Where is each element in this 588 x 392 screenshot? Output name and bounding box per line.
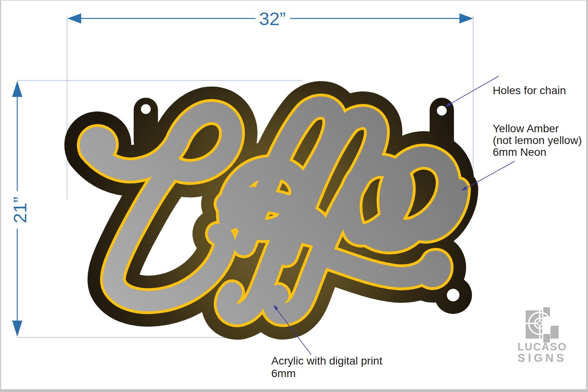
lucaso-logo-icon [524, 306, 560, 344]
page-border-bottom [0, 389, 588, 392]
annotation-neon-line1: Yellow Amber [493, 123, 582, 135]
coffee-sign [90, 98, 472, 319]
page-border-right [586, 0, 588, 392]
leader-holes-for-chain [449, 76, 499, 104]
arrowhead-down-icon [12, 321, 22, 337]
width-dimension-label: 32” [249, 8, 296, 29]
technical-drawing [0, 0, 588, 392]
annotation-acrylic-line2: 6mm [271, 367, 382, 380]
annotation-holes-for-chain: Holes for chain [493, 85, 566, 97]
arrowhead-left-icon [67, 13, 81, 24]
chain-hole-top-left [141, 104, 151, 114]
lucaso-logo-wordmark: LUCASO SIGNS [516, 342, 568, 364]
page-border-left [0, 0, 1, 392]
annotation-acrylic-spec: Acrylic with digital print 6mm [271, 355, 382, 380]
sign-proof-page: 32” 21” Holes for chain Yellow Amber (no… [0, 0, 588, 392]
logo-line-signs: SIGNS [516, 352, 568, 364]
arrowhead-right-icon [459, 13, 473, 24]
annotation-neon-line2: (not lemon yellow) [493, 135, 582, 146]
annotation-neon-line3: 6mm Neon [493, 146, 582, 158]
arrowhead-up-icon [12, 81, 22, 97]
annotation-neon-spec: Yellow Amber (not lemon yellow) 6mm Neon [493, 123, 582, 158]
annotation-acrylic-line1: Acrylic with digital print [271, 355, 382, 367]
page-border-top [0, 0, 588, 1]
chain-hole-top-right [437, 106, 447, 116]
logo-line-lucaso: LUCASO [516, 342, 568, 352]
height-dimension-label: 21” [9, 188, 27, 232]
chain-hole-bottom-right [447, 289, 459, 301]
